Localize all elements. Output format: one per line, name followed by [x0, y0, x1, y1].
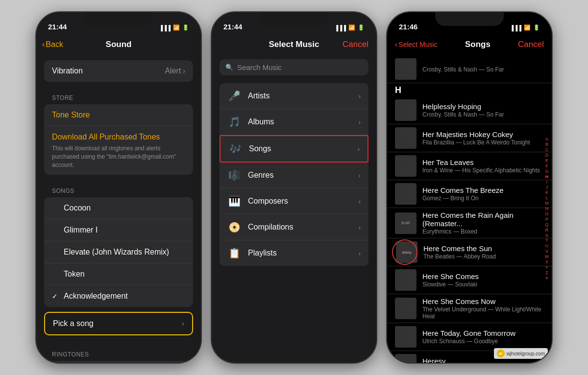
- songs-list-container[interactable]: Crosby, Stills & Nash — So Far H Helples…: [387, 55, 552, 363]
- checkmark-icon-5: ✓: [52, 292, 60, 300]
- alpha-s[interactable]: S: [545, 234, 548, 238]
- songs-nav: ‹ Select Music Songs Cancel: [387, 34, 552, 55]
- song-item-elevate[interactable]: Elevate (John Wizards Remix): [44, 241, 193, 263]
- song-item-token[interactable]: Token: [44, 263, 193, 285]
- alpha-u[interactable]: U: [545, 244, 549, 249]
- song-item-here-she-comes-now[interactable]: Here She Comes Now The Velvet Undergroun…: [387, 294, 552, 323]
- compilations-label: Compilations: [248, 223, 293, 232]
- vibration-row[interactable]: Vibration Alert ›: [44, 60, 193, 82]
- song-info-here-comes-rain: Here Comes the Rain Again (Remaster... E…: [422, 211, 544, 235]
- playlists-chevron-icon: ›: [359, 250, 361, 257]
- song-item-partial-top[interactable]: Crosby, Stills & Nash — So Far: [387, 55, 552, 83]
- category-compilations[interactable]: 📀 Compilations ›: [220, 214, 368, 240]
- alpha-p[interactable]: P: [545, 217, 548, 222]
- alpha-h[interactable]: H: [545, 175, 549, 180]
- song-detail-1: Crosby, Stills & Nash — So Far: [422, 111, 544, 118]
- category-composers[interactable]: 🎹 Composers ›: [220, 188, 368, 214]
- song-thumb-partial: [395, 58, 416, 80]
- alpha-y[interactable]: Y: [545, 265, 548, 270]
- thumb-art-8: [395, 298, 416, 319]
- status-time-3: 21:46: [399, 23, 417, 31]
- song-item-here-today[interactable]: Here Today, Gone Tomorrow Ulrich Schnaus…: [387, 323, 552, 351]
- alpha-q[interactable]: Q: [545, 223, 548, 228]
- ringtones-section: RINGTONES Radar (Default) Apex Beacon: [36, 343, 201, 363]
- alpha-v[interactable]: V: [545, 249, 548, 254]
- song-item-here-comes-breeze[interactable]: Here Comes The Breeze Gomez — Bring It O…: [387, 180, 552, 208]
- category-playlists[interactable]: 📋 Playlists ›: [220, 240, 368, 266]
- alpha-hash[interactable]: #: [545, 276, 548, 281]
- alpha-l[interactable]: L: [545, 196, 548, 201]
- songs-cancel-button[interactable]: Cancel: [518, 40, 544, 49]
- songs-back-button[interactable]: ‹ Select Music: [395, 40, 438, 49]
- song-detail-9: Ulrich Schnauss — Goodbye: [422, 338, 544, 345]
- thumb-art-9: [395, 326, 416, 348]
- download-all-link[interactable]: Download All Purchased Tones: [52, 133, 185, 141]
- search-placeholder: Search Music: [237, 63, 282, 71]
- category-artists[interactable]: 🎤 Artists ›: [220, 83, 368, 109]
- pick-song-row[interactable]: Pick a song ›: [44, 312, 193, 335]
- song-item-glimmer[interactable]: Glimmer I: [44, 219, 193, 241]
- battery-icon: 🔋: [182, 24, 189, 31]
- alpha-k[interactable]: K: [545, 190, 548, 195]
- alpha-c[interactable]: C: [545, 148, 549, 153]
- song-detail-3: Iron & Wine — His Specific Alphabetic Ni…: [422, 167, 544, 174]
- song-detail-4: Gomez — Bring It On: [422, 195, 544, 202]
- alpha-e[interactable]: E: [545, 159, 548, 164]
- alpha-o[interactable]: O: [545, 212, 548, 217]
- alpha-j[interactable]: J: [546, 185, 548, 190]
- wifi-icon: 📶: [173, 24, 180, 31]
- alpha-m[interactable]: M: [545, 201, 549, 206]
- alpha-a[interactable]: A: [545, 137, 548, 142]
- ringtone-radar[interactable]: Radar (Default): [44, 361, 193, 363]
- song-item-helplessly-hoping[interactable]: Helplessly Hoping Crosby, Stills & Nash …: [387, 96, 552, 124]
- thumb-art-partial: [395, 58, 416, 80]
- genres-icon: 🎼: [227, 169, 241, 181]
- song-info-helplessly-hoping: Helplessly Hoping Crosby, Stills & Nash …: [422, 102, 544, 118]
- composers-icon: 🎹: [227, 195, 241, 207]
- alpha-g[interactable]: G: [545, 169, 548, 174]
- song-item-cocoon[interactable]: Cocoon: [44, 197, 193, 219]
- alpha-f[interactable]: F: [545, 164, 548, 169]
- song-item-acknowledgement[interactable]: ✓ Acknowledgement: [44, 285, 193, 307]
- thumb-art-3: [395, 155, 416, 177]
- pick-song-label: Pick a song: [53, 319, 94, 328]
- category-genres[interactable]: 🎼 Genres ›: [220, 163, 368, 188]
- category-songs[interactable]: 🎶 Songs ›: [220, 136, 368, 162]
- back-button-1[interactable]: ‹ Back: [42, 40, 63, 49]
- song-info-her-tea-leaves: Her Tea Leaves Iron & Wine — His Specifi…: [422, 158, 544, 174]
- artists-icon: 🎤: [227, 90, 241, 102]
- phone-1: 21:44 ▐▐▐ 📶 🔋 ‹ Back Sound: [35, 11, 202, 364]
- song-detail-5: Eurythmics — Boxed: [422, 228, 544, 235]
- search-bar[interactable]: 🔍 Search Music: [220, 59, 368, 75]
- song-detail-8: The Velvet Underground — White Light/Whi…: [422, 306, 544, 320]
- thumb-here-comes-rain: EUR: [395, 212, 416, 234]
- alpha-d[interactable]: D: [545, 153, 549, 158]
- song-item-here-comes-rain[interactable]: EUR Here Comes the Rain Again (Remaster.…: [387, 208, 552, 238]
- song-item-her-majesties[interactable]: Her Majesties Hokey Cokey Fila Brazillia…: [387, 124, 552, 152]
- cancel-button-2[interactable]: Cancel: [343, 40, 368, 49]
- signal-icon-2: ▐▐▐: [335, 25, 346, 31]
- categories-group: 🎤 Artists › 🎵 Albums › 🎶 Son: [220, 83, 368, 266]
- song-item-here-she-comes[interactable]: Here She Comes Slowdive — Souvlaki: [387, 266, 552, 294]
- category-albums[interactable]: 🎵 Albums ›: [220, 109, 368, 135]
- alpha-n[interactable]: N: [545, 207, 549, 211]
- alpha-x[interactable]: X: [545, 260, 548, 265]
- alpha-index[interactable]: A B C D E F G H I J K L M N O P Q: [543, 55, 551, 363]
- status-bar-2: 21:44 ▐▐▐ 📶 🔋: [212, 12, 376, 34]
- song-name-token: Token: [64, 270, 85, 279]
- vibration-right: Alert ›: [165, 67, 185, 75]
- alpha-t[interactable]: T: [545, 238, 548, 243]
- alpha-b[interactable]: B: [545, 142, 548, 147]
- ringtones-list-group: Radar (Default) Apex Beacon: [44, 361, 193, 363]
- song-item-her-tea-leaves[interactable]: Her Tea Leaves Iron & Wine — His Specifi…: [387, 152, 552, 180]
- albums-chevron-icon: ›: [359, 118, 361, 126]
- alpha-i[interactable]: I: [546, 180, 548, 185]
- alpha-w[interactable]: W: [545, 255, 549, 259]
- tone-store-link[interactable]: Tone Store: [52, 111, 90, 119]
- artists-label: Artists: [248, 92, 270, 100]
- artists-chevron-icon: ›: [359, 93, 361, 100]
- song-item-here-comes-sun[interactable]: abbey Here Comes the Sun The Beatles — A…: [387, 238, 552, 266]
- alpha-z[interactable]: Z: [545, 271, 548, 276]
- alpha-r[interactable]: R: [545, 228, 549, 233]
- albums-label: Albums: [248, 117, 274, 126]
